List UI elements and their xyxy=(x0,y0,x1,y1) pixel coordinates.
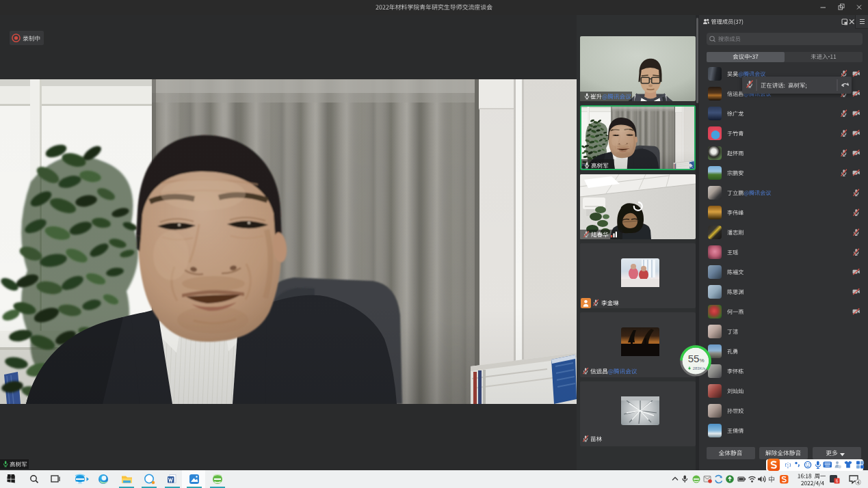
svg-text:55: 55 xyxy=(688,353,700,364)
svg-text:283K/s: 283K/s xyxy=(693,366,706,370)
svg-text:%: % xyxy=(699,357,704,364)
